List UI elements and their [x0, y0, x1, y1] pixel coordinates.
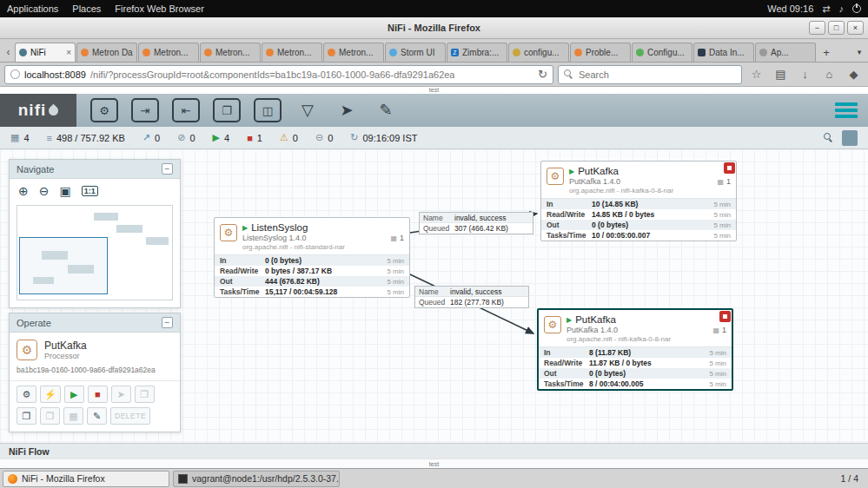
- home-icon[interactable]: ⌂: [819, 65, 839, 84]
- zoom-actual-icon[interactable]: 1:1: [82, 186, 98, 196]
- minimize-button[interactable]: −: [809, 21, 825, 35]
- url-input[interactable]: localhost:8089 /nifi/?processGroupId=roo…: [4, 65, 553, 84]
- toolbar-process-group-icon[interactable]: ❐: [213, 98, 241, 122]
- tab-label: Metron...: [339, 48, 380, 57]
- toolbar-output-port-icon[interactable]: ⇤: [172, 98, 200, 122]
- operate-component-type: Processor: [44, 352, 87, 360]
- taskbar-firefox-window[interactable]: NiFi - Mozilla Firefox: [3, 471, 169, 487]
- clock[interactable]: Wed 09:16: [767, 3, 813, 14]
- tab-metron-5[interactable]: Metron...: [323, 43, 384, 62]
- panel-toggle-icon[interactable]: [842, 130, 858, 146]
- taskbar-terminal-window[interactable]: vagrant@node1:/usr/hdp/2.5.3.0-37...: [173, 471, 340, 487]
- active-threads-badge: ▦ 1: [717, 177, 731, 186]
- status-refresh[interactable]: ↻ 09:16:09 IST: [350, 132, 417, 143]
- zoom-fit-icon[interactable]: ▣: [59, 184, 70, 198]
- invalid-icon: ⚠: [280, 132, 288, 143]
- stat-window: 5 min: [709, 380, 726, 388]
- stat-readwrite: Read/Write 11.87 KB / 0 bytes 5 min: [539, 358, 732, 368]
- search-bar[interactable]: [558, 65, 742, 84]
- refresh-icon[interactable]: ↻: [350, 132, 358, 143]
- status-active-threads: ▦ 4: [10, 132, 30, 143]
- power-icon[interactable]: [852, 4, 861, 13]
- operate-color-button[interactable]: ✎: [87, 407, 107, 425]
- tab-problem[interactable]: Proble...: [570, 43, 631, 62]
- status-queued: ≡ 498 / 757.92 KB: [47, 133, 125, 143]
- tab-metron-2[interactable]: Metron...: [138, 43, 199, 62]
- connection-label-1[interactable]: Name invalid, success Queued 307 (466.42…: [419, 212, 533, 234]
- canvas-search-icon[interactable]: [824, 133, 833, 142]
- toolbar-template-icon[interactable]: ➤: [334, 98, 360, 122]
- toolbar-funnel-icon[interactable]: ▽: [295, 98, 321, 122]
- tab-zimbra[interactable]: Z Zimbra:...: [447, 43, 507, 62]
- processor-type: PutKafka 1.4.0: [569, 177, 731, 186]
- connection-label-2[interactable]: Name invalid, success Queued 182 (277.78…: [414, 286, 529, 308]
- new-tab-button[interactable]: +: [817, 43, 836, 61]
- menu-applications[interactable]: Applications: [7, 3, 58, 14]
- tab-configure-2[interactable]: Configu...: [632, 43, 692, 62]
- toolbar-input-port-icon[interactable]: ⇥: [131, 98, 159, 122]
- tab-scroll-left-icon[interactable]: ‹: [2, 43, 15, 62]
- toolbar-processor-icon[interactable]: ⚙: [90, 98, 118, 122]
- stat-label: In: [547, 200, 592, 208]
- workspace-pager[interactable]: 1 / 4: [841, 473, 865, 484]
- window-list-taskbar: NiFi - Mozilla Firefox vagrant@node1:/us…: [0, 468, 868, 488]
- tab-label: Metron Da...: [92, 48, 133, 57]
- minimap[interactable]: [17, 205, 173, 300]
- operate-copy-button[interactable]: ❐: [17, 407, 36, 425]
- operate-start-button[interactable]: ▶: [64, 386, 84, 403]
- menu-firefox-app[interactable]: Firefox Web Browser: [115, 3, 204, 14]
- flow-canvas[interactable]: Navigate − ⊕ ⊖ ▣ 1:1 Operate − ⚙ PutKa: [0, 149, 868, 443]
- volume-icon[interactable]: ♪: [839, 3, 845, 14]
- operate-stop-button[interactable]: ■: [88, 386, 108, 403]
- operate-paste-button[interactable]: ❐: [40, 407, 60, 425]
- taskbar-window-label: vagrant@node1:/usr/hdp/2.5.3.0-37...: [192, 473, 340, 484]
- operate-template-button[interactable]: ➤: [111, 386, 131, 403]
- zoom-out-icon[interactable]: ⊖: [39, 184, 50, 198]
- bookmark-star-icon[interactable]: ☆: [746, 65, 766, 84]
- maximize-button[interactable]: □: [828, 21, 845, 35]
- stat-window: 5 min: [387, 267, 404, 275]
- processor-putkafka-1[interactable]: ⚙ ▶ PutKafka PutKafka 1.4.0 org.apache.n…: [540, 161, 737, 241]
- stat-label: Tasks/Time: [220, 287, 265, 296]
- tab-data-ingest[interactable]: Data In...: [693, 43, 754, 62]
- operate-delete-button[interactable]: DELETE: [110, 407, 150, 425]
- shield-icon[interactable]: ◆: [844, 65, 864, 84]
- stat-window: 5 min: [387, 278, 404, 286]
- tab-list-dropdown-icon[interactable]: ▾: [852, 43, 866, 61]
- minimap-viewport[interactable]: [19, 237, 108, 294]
- operate-title: Operate: [17, 318, 51, 328]
- operate-config-button[interactable]: ⚙: [17, 386, 36, 403]
- stat-window: 5 min: [709, 359, 726, 367]
- downloads-icon[interactable]: ↓: [795, 65, 815, 84]
- navigate-collapse-icon[interactable]: −: [162, 163, 173, 175]
- network-icon[interactable]: ⇄: [822, 3, 830, 15]
- tab-metron-3[interactable]: Metron...: [200, 43, 261, 62]
- zoom-in-icon[interactable]: ⊕: [18, 184, 29, 198]
- search-input[interactable]: [579, 69, 736, 80]
- tab-configure-1[interactable]: configu...: [508, 43, 569, 62]
- bookmarks-menu-icon[interactable]: ▤: [771, 65, 791, 84]
- operate-enable-button[interactable]: ⚡: [40, 386, 61, 403]
- processor-listensyslog[interactable]: ⚙ ▶ ListenSyslog ListenSyslog 1.4.0 org.…: [214, 217, 410, 298]
- reload-icon[interactable]: ↻: [538, 68, 547, 81]
- tab-apache[interactable]: Ap...: [755, 43, 816, 62]
- operate-collapse-icon[interactable]: −: [162, 317, 173, 328]
- toolbar-remote-process-group-icon[interactable]: ◫: [254, 98, 282, 122]
- menu-places[interactable]: Places: [72, 3, 101, 14]
- close-button[interactable]: ×: [847, 21, 864, 35]
- tab-nifi[interactable]: NiFi ×: [15, 43, 76, 62]
- stat-value: 8 (11.87 KB): [589, 348, 706, 357]
- operate-group-button[interactable]: ❐: [135, 386, 155, 403]
- page-identity-icon[interactable]: [10, 69, 20, 79]
- toolbar-label-icon[interactable]: ✎: [373, 98, 399, 122]
- operate-fill-button[interactable]: ▦: [63, 407, 83, 425]
- processor-putkafka-2[interactable]: ⚙ ▶ PutKafka PutKafka 1.4.0 org.apache.n…: [537, 308, 733, 391]
- global-menu-icon[interactable]: [835, 102, 858, 118]
- search-icon[interactable]: [564, 69, 573, 79]
- tab-close-icon[interactable]: ×: [66, 48, 71, 57]
- tab-metron-dashboard[interactable]: Metron Da...: [76, 43, 137, 62]
- tab-storm-ui[interactable]: Storm UI: [385, 43, 446, 62]
- tab-metron-4[interactable]: Metron...: [262, 43, 322, 62]
- breadcrumb-root[interactable]: NiFi Flow: [9, 446, 50, 457]
- window-titlebar[interactable]: NiFi - Mozilla Firefox − □ ×: [0, 17, 868, 39]
